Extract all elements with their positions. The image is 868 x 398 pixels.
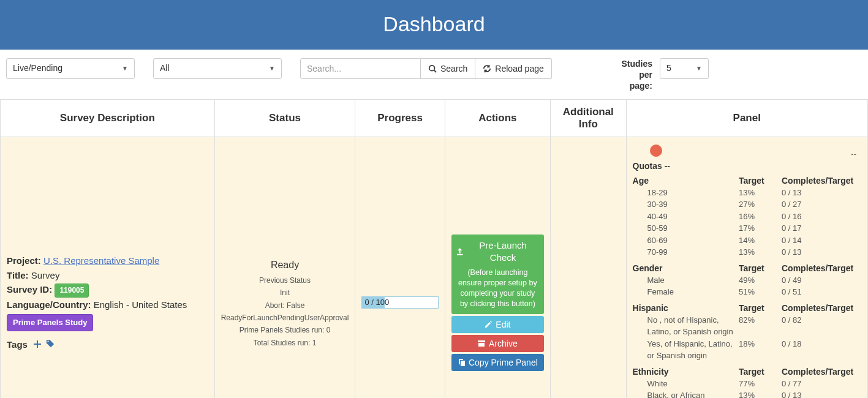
actions-stack: Pre-Launch Check (Before launching ensur… — [451, 235, 544, 371]
quota-row: Yes, of Hispanic, Latino, or Spanish ori… — [633, 338, 861, 362]
quota-row-label: 40-49 — [633, 211, 739, 223]
quota-row: 40-4916%0 / 16 — [633, 211, 861, 223]
quota-row-target: 17% — [739, 222, 782, 235]
quota-row: 70-9913%0 / 13 — [633, 246, 861, 258]
quota-group-header: GenderTargetCompletes/Target — [633, 263, 861, 273]
quota-row-label: No , not of Hispanic, Latino, or Spanish… — [633, 314, 739, 338]
quota-row: Female51%0 / 51 — [633, 286, 861, 298]
quota-row-completes: 0 / 18 — [782, 338, 861, 362]
quota-row-completes: 0 / 13 — [782, 187, 861, 199]
archive-label: Archive — [489, 339, 518, 348]
add-tag-button[interactable] — [32, 339, 45, 350]
search-input[interactable] — [300, 58, 421, 79]
quota-row-label: 70-99 — [633, 246, 739, 258]
quota-group-name: Ethnicity — [633, 367, 739, 377]
prelaunch-check-button[interactable]: Pre-Launch Check (Before launching ensur… — [451, 235, 544, 314]
status-line: Abort: False — [221, 299, 349, 312]
quota-row: 30-3927%0 / 27 — [633, 198, 861, 211]
status-line: Prime Panels Studies run: 0 — [221, 324, 349, 336]
col-header-status: Status — [214, 99, 355, 137]
status-filter-value: Live/Pending — [13, 63, 62, 73]
reload-button[interactable]: Reload page — [475, 58, 551, 79]
quota-target-header: Target — [739, 263, 782, 273]
chevron-down-icon: ▼ — [122, 65, 128, 72]
copy-label: Copy Prime Panel — [469, 358, 538, 367]
per-page-value: 5 — [666, 63, 671, 73]
refresh-icon — [483, 64, 491, 73]
status-line: ReadyForLaunchPendingUserApproval — [221, 312, 349, 324]
per-page-label: Studies per page: — [616, 58, 652, 92]
survey-id-badge: 119005 — [55, 283, 89, 298]
panel-dash: -- — [851, 149, 856, 159]
quota-row-target: 49% — [739, 274, 782, 287]
quota-row-target: 82% — [739, 314, 782, 338]
col-header-panel: Panel — [626, 99, 867, 137]
search-button-label: Search — [440, 64, 467, 73]
quota-row: Male49%0 / 49 — [633, 274, 861, 287]
quota-group-name: Age — [633, 176, 739, 186]
page-banner: Dashboard — [0, 0, 868, 50]
title-label: Title: — [7, 270, 31, 280]
quota-target-header: Target — [739, 367, 782, 377]
title-value: Survey — [31, 270, 60, 280]
edit-button[interactable]: Edit — [451, 316, 544, 333]
quota-group: AgeTargetCompletes/Target18-2913%0 / 133… — [633, 176, 861, 258]
reload-button-label: Reload page — [495, 64, 543, 73]
per-page-select[interactable]: 5 ▼ — [660, 58, 709, 79]
language-value: English - United States — [94, 299, 187, 310]
copy-icon — [458, 359, 465, 366]
status-filter-select[interactable]: Live/Pending ▼ — [6, 58, 135, 79]
quota-row: Black, or African American13%0 / 13 — [633, 389, 861, 398]
quota-row: No , not of Hispanic, Latino, or Spanish… — [633, 314, 861, 338]
quota-row-target: 27% — [739, 198, 782, 211]
quota-row-completes: 0 / 82 — [782, 314, 861, 338]
quota-row-label: Female — [633, 286, 739, 298]
status-main: Ready — [221, 257, 349, 273]
additional-info-cell — [551, 137, 626, 398]
search-button[interactable]: Search — [421, 58, 475, 79]
tag-icon[interactable] — [45, 339, 56, 350]
plus-icon — [34, 340, 41, 348]
type-filter-select[interactable]: All ▼ — [153, 58, 282, 79]
progress-text: 0 / 100 — [362, 297, 437, 307]
prelaunch-subtitle: (Before launching ensure proper setup by… — [456, 268, 539, 309]
quota-row-label: Male — [633, 274, 739, 287]
chevron-down-icon: ▼ — [269, 65, 275, 72]
project-link[interactable]: U.S. Representative Sample — [43, 255, 159, 266]
quota-row-completes: 0 / 13 — [782, 389, 861, 398]
quota-row-label: 60-69 — [633, 235, 739, 247]
quota-row-label: 30-39 — [633, 198, 739, 211]
archive-icon — [478, 340, 485, 347]
quota-row-target: 13% — [739, 246, 782, 258]
upload-icon — [456, 248, 463, 255]
edit-icon — [485, 321, 492, 328]
language-label: Language/Country: — [7, 299, 94, 310]
copy-panel-button[interactable]: Copy Prime Panel — [451, 354, 544, 371]
status-line: Previous Status — [221, 274, 349, 287]
quota-row-target: 51% — [739, 286, 782, 298]
quota-row: White77%0 / 77 — [633, 378, 861, 390]
quota-completes-header: Completes/Target — [782, 176, 861, 186]
project-label: Project: — [7, 255, 43, 266]
col-header-actions: Actions — [445, 99, 550, 137]
quotas-title: Quotas -- — [633, 161, 861, 171]
quota-row-target: 13% — [739, 389, 782, 398]
quota-row-completes: 0 / 16 — [782, 211, 861, 223]
quota-row-target: 16% — [739, 211, 782, 223]
quota-completes-header: Completes/Target — [782, 367, 861, 377]
quota-row-completes: 0 / 14 — [782, 235, 861, 247]
page-title: Dashboard — [0, 12, 868, 36]
svg-point-2 — [48, 340, 49, 342]
col-header-progress: Progress — [355, 99, 445, 137]
quota-target-header: Target — [739, 303, 782, 313]
quota-row: 50-5917%0 / 17 — [633, 222, 861, 235]
quota-completes-header: Completes/Target — [782, 263, 861, 273]
quota-row: 18-2913%0 / 13 — [633, 187, 861, 199]
svg-point-0 — [429, 66, 435, 71]
quota-row-label: Black, or African American — [633, 389, 739, 398]
quota-row-label: Yes, of Hispanic, Latino, or Spanish ori… — [633, 338, 739, 362]
archive-button[interactable]: Archive — [451, 335, 544, 352]
quota-row-completes: 0 / 51 — [782, 286, 861, 298]
quota-group-name: Gender — [633, 263, 739, 273]
quota-group: EthnicityTargetCompletes/TargetWhite77%0… — [633, 367, 861, 398]
